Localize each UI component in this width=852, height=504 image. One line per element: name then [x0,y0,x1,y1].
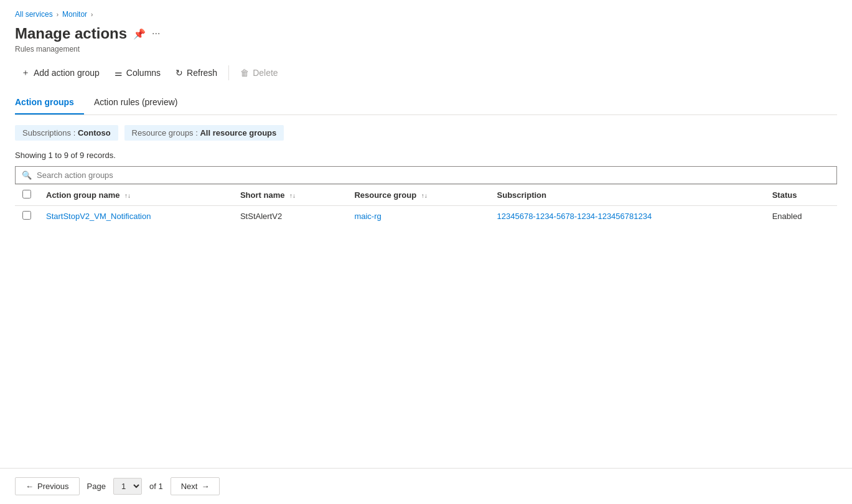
toolbar-divider [228,65,229,80]
refresh-icon: ↻ [176,68,183,78]
subtitle: Rules management [15,45,837,54]
col-short-name[interactable]: Short name ↑↓ [233,185,347,206]
row-resource-group: maic-rg [347,206,489,227]
tab-action-groups[interactable]: Action groups [15,92,84,114]
plus-icon: ＋ [21,67,30,78]
more-options-icon[interactable]: ··· [152,28,160,39]
columns-button[interactable]: ⚌ Columns [108,64,167,82]
row-checkbox-cell [15,206,39,227]
row-name: StartStopV2_VM_Notification [39,206,233,227]
filter-row: Subscriptions : Contoso Resource groups … [15,125,837,141]
title-row: Manage actions 📌 ··· [15,25,837,42]
row-status: Enabled [765,206,837,227]
action-groups-table: Action group name ↑↓ Short name ↑↓ Resou… [15,184,837,226]
table-row: StartStopV2_VM_NotificationStStAlertV2ma… [15,206,837,227]
tabs: Action groups Action rules (preview) [15,92,837,115]
record-count: Showing 1 to 9 of 9 records. [15,151,837,160]
col-subscription: Subscription [490,185,765,206]
delete-icon: 🗑 [240,68,249,78]
resource-groups-filter[interactable]: Resource groups : All resource groups [124,125,284,141]
col-resource-group[interactable]: Resource group ↑↓ [347,185,489,206]
breadcrumb-monitor[interactable]: Monitor [62,10,87,19]
sort-name-icon: ↑↓ [124,192,131,199]
search-input[interactable] [37,170,830,180]
breadcrumb-sep-2: › [91,11,93,18]
add-action-group-button[interactable]: ＋ Add action group [15,63,106,82]
breadcrumb: All services › Monitor › [15,10,837,19]
sort-shortname-icon: ↑↓ [289,192,296,199]
pin-icon[interactable]: 📌 [133,28,146,40]
col-action-group-name[interactable]: Action group name ↑↓ [39,185,233,206]
toolbar: ＋ Add action group ⚌ Columns ↻ Refresh 🗑… [15,63,837,82]
search-icon: 🔍 [22,170,32,180]
row-subscription: 12345678-1234-5678-1234-123456781234 [490,206,765,227]
subscriptions-filter[interactable]: Subscriptions : Contoso [15,125,118,141]
action-group-name-link[interactable]: StartStopV2_VM_Notification [46,212,151,221]
page-title: Manage actions [15,25,127,42]
refresh-button[interactable]: ↻ Refresh [169,64,223,82]
select-all-checkbox[interactable] [22,190,31,198]
col-status: Status [765,185,837,206]
breadcrumb-all-services[interactable]: All services [15,10,53,19]
breadcrumb-sep-1: › [57,11,59,18]
select-all-header [15,185,39,206]
sort-rg-icon: ↑↓ [421,192,428,199]
row-checkbox[interactable] [22,211,31,220]
columns-icon: ⚌ [115,68,123,78]
row-short-name: StStAlertV2 [233,206,347,227]
delete-button[interactable]: 🗑 Delete [234,64,284,82]
tab-action-rules[interactable]: Action rules (preview) [94,92,188,114]
subscription-link[interactable]: 12345678-1234-5678-1234-123456781234 [497,212,652,221]
search-wrapper: 🔍 [15,166,837,184]
resource-group-link[interactable]: maic-rg [354,212,381,221]
table-header-row: Action group name ↑↓ Short name ↑↓ Resou… [15,185,837,206]
